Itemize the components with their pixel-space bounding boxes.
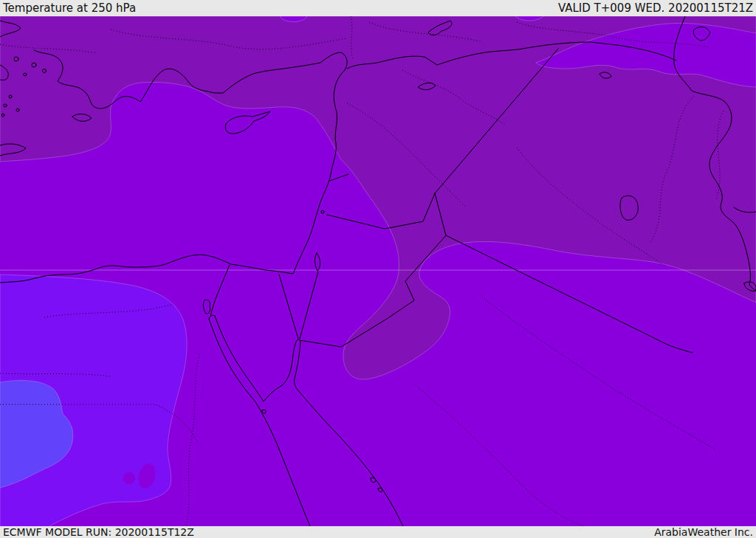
header-bar: Temperature at 250 hPa VALID T+009 WED. … (0, 0, 756, 16)
footer-bar: ECMWF MODEL RUN: 20200115T12Z ArabiaWeat… (0, 526, 756, 538)
region-blob-south-1 (123, 472, 135, 484)
map-title: Temperature at 250 hPa (3, 1, 136, 15)
credit-label: ArabiaWeather Inc. (654, 526, 753, 538)
valid-time-label: VALID T+009 WED. 20200115T21Z (558, 1, 753, 15)
model-run-label: ECMWF MODEL RUN: 20200115T12Z (3, 526, 194, 538)
weather-map-app: Temperature at 250 hPa VALID T+009 WED. … (0, 0, 756, 538)
temperature-map (0, 0, 756, 538)
